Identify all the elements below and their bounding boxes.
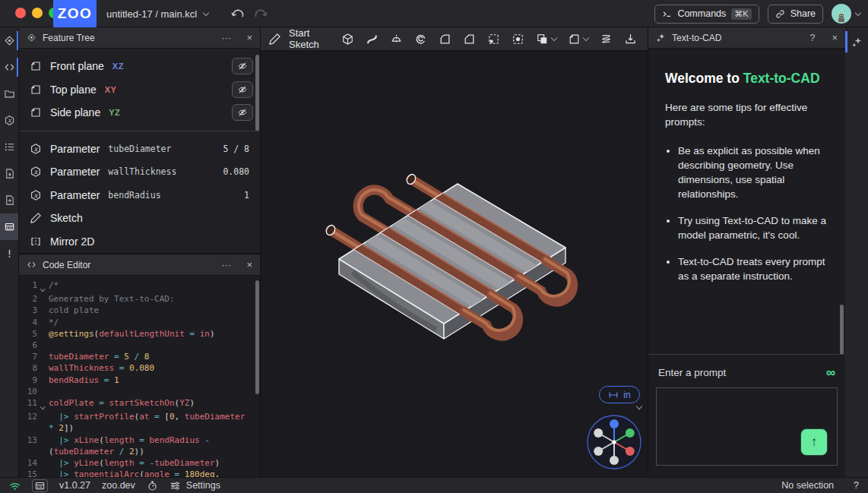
feature-tree-plane-item[interactable]: Side planeYZ	[19, 101, 260, 125]
code-pane-icon[interactable]	[0, 54, 18, 81]
units-button[interactable]: in	[599, 386, 640, 403]
svg-text:x: x	[34, 169, 39, 175]
machine-status-button[interactable]	[32, 479, 48, 492]
feature-tree-operation-item[interactable]: xParameterwallThickness0.080	[19, 160, 260, 184]
fold-chevron-icon[interactable]	[37, 280, 49, 293]
commands-button[interactable]: Commands ⌘K	[654, 5, 759, 24]
code-line[interactable]: 12 |> startProfile(at = [0, tubeDiameter…	[19, 411, 260, 434]
timer-icon[interactable]	[147, 480, 158, 491]
feature-tree-operation-item[interactable]: xParametertubeDiameter5 / 8	[19, 137, 260, 161]
gutter-spacer	[37, 340, 49, 351]
gutter-spacer	[37, 317, 49, 328]
sweep-icon[interactable]	[366, 33, 379, 46]
toggle-visibility-button[interactable]	[232, 104, 253, 121]
revolve-icon[interactable]	[390, 33, 403, 46]
app-version[interactable]: v1.0.27	[59, 480, 90, 491]
panel-close-button[interactable]: ×	[246, 260, 252, 270]
code-line[interactable]: 7tubeDiameter = 5 / 8	[19, 351, 260, 362]
save-pane-icon[interactable]	[0, 187, 18, 213]
user-menu[interactable]	[832, 4, 860, 24]
units-value: in	[623, 390, 630, 400]
operation-value: 0.080	[223, 166, 249, 177]
extrude-icon[interactable]	[341, 33, 354, 46]
code-line[interactable]: 11coldPlate = startSketchOn(YZ)	[19, 397, 260, 411]
gutter-spacer	[37, 328, 49, 340]
panel-menu-button[interactable]: ···	[221, 260, 231, 270]
feature-tree-pane-icon[interactable]	[0, 27, 18, 54]
panel-close-button[interactable]: ×	[832, 33, 838, 43]
fillet-icon[interactable]	[439, 33, 451, 46]
orientation-gizmo[interactable]	[586, 414, 642, 470]
window-minimize-button[interactable]	[32, 8, 43, 18]
feature-tree-operation-item[interactable]: Mirror 2D	[19, 230, 260, 254]
export-pane-icon[interactable]	[0, 160, 18, 187]
chevron-down-icon	[582, 34, 588, 40]
welcome-heading: Welcome to Text-to-CAD	[665, 68, 830, 88]
line-number: 1	[19, 280, 37, 293]
panel-help-button[interactable]: ?	[809, 33, 815, 43]
machine-pane-icon[interactable]	[0, 213, 18, 240]
selection-status: No selection	[781, 480, 834, 491]
code-line[interactable]: 15 |> tangentialArc(angle = 180deg,	[19, 469, 260, 477]
machine-icon	[4, 221, 15, 232]
hole-icon[interactable]	[512, 33, 524, 46]
code-editor-panel: Code Editor ··· × 1/*2Generated by Text-…	[19, 254, 260, 477]
text-to-cad-pane-icon[interactable]	[845, 27, 868, 56]
operation-value: 1	[244, 190, 249, 201]
variables-pane-icon[interactable]: x	[0, 107, 18, 134]
code-line[interactable]: 3cold plate	[19, 305, 260, 316]
file-export-icon	[4, 194, 15, 206]
feature-tree-plane-item[interactable]: Top planeXY	[19, 78, 260, 102]
plane-icon	[30, 60, 42, 72]
shell-icon[interactable]	[487, 33, 500, 46]
redo-button[interactable]	[253, 7, 268, 22]
plane-tool[interactable]	[568, 33, 588, 46]
toggle-visibility-button[interactable]	[232, 81, 253, 98]
feature-tree-operation-item[interactable]: Sketch	[19, 207, 260, 230]
project-file-menu[interactable]: untitled-17 / main.kcl	[106, 0, 208, 27]
code-editor-content[interactable]: 1/*2Generated by Text-to-CAD:3cold plate…	[19, 276, 260, 477]
report-bug-pane-icon[interactable]	[0, 240, 18, 267]
settings-button[interactable]: Settings	[169, 480, 220, 491]
code-line[interactable]: 8wallThickness = 0.080	[19, 362, 260, 374]
share-button[interactable]: Share	[768, 5, 823, 24]
feature-tree-divider	[19, 131, 260, 131]
help-button[interactable]: ?	[854, 480, 859, 491]
code-line[interactable]: 13 |> xLine(length = bendRadius - (tubeD…	[19, 435, 260, 457]
undo-button[interactable]	[230, 7, 246, 22]
submit-prompt-button[interactable]: ↑	[800, 428, 828, 456]
code-line[interactable]: 4*/	[19, 317, 260, 328]
code-line[interactable]: 5@settings(defaultLengthUnit = in)	[19, 328, 260, 340]
scrollbar-thumb[interactable]	[255, 55, 259, 131]
code-line[interactable]: 9bendRadius = 1	[19, 374, 260, 386]
cold-plate-model[interactable]	[261, 51, 648, 477]
code-line[interactable]: 10	[19, 386, 260, 397]
helix-icon[interactable]	[600, 33, 613, 46]
feature-tree-operation-item[interactable]: xParameterbendRadius1	[19, 184, 260, 207]
feature-tree-plane-item[interactable]: Front planeXZ	[19, 55, 260, 78]
code-text: Generated by Text-to-CAD:	[49, 293, 260, 305]
panel-menu-button[interactable]: ···	[221, 33, 231, 43]
project-files-pane-icon[interactable]	[0, 81, 18, 107]
code-line[interactable]: 6	[19, 340, 260, 351]
boolean-tool[interactable]	[536, 33, 556, 46]
start-sketch-label: Start Sketch	[289, 27, 319, 50]
zoo-dev-link[interactable]: zoo.dev	[102, 480, 135, 491]
insert-icon[interactable]	[624, 33, 637, 46]
window-close-button[interactable]	[15, 8, 26, 18]
code-text: tubeDiameter = 5 / 8	[49, 351, 260, 362]
3d-viewport[interactable]: Start Sketch	[261, 27, 648, 477]
zoo-logo[interactable]: ZOO	[53, 0, 97, 27]
chamfer-icon[interactable]	[463, 33, 476, 46]
code-line[interactable]: 1/*	[19, 280, 260, 293]
scrollbar-thumb[interactable]	[255, 280, 259, 394]
logs-pane-icon[interactable]	[0, 134, 18, 160]
code-line[interactable]: 2Generated by Text-to-CAD:	[19, 293, 260, 305]
toggle-visibility-button[interactable]	[232, 58, 253, 74]
fold-chevron-icon[interactable]	[37, 397, 49, 411]
panel-close-button[interactable]: ×	[246, 33, 252, 43]
network-status-icon[interactable]	[9, 480, 21, 491]
start-sketch-button[interactable]: Start Sketch	[268, 27, 319, 50]
loft-icon[interactable]	[414, 33, 427, 46]
code-line[interactable]: 14 |> yLine(length = -tubeDiameter)	[19, 457, 260, 469]
